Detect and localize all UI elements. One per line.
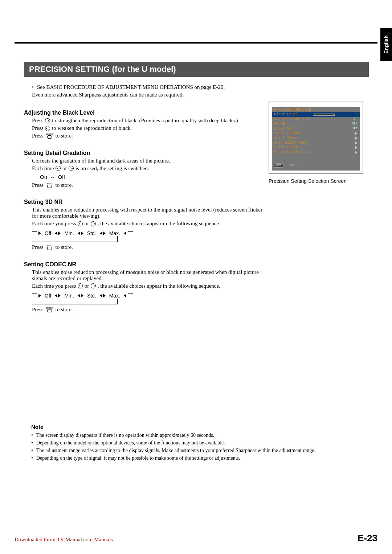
osd-label: Progressive Scan <box>274 150 309 155</box>
notes-heading: Note <box>31 424 374 430</box>
chevron-right-icon <box>355 141 358 144</box>
nr3d-heading: Setting 3D NR <box>24 199 265 205</box>
sequence-box <box>32 236 118 242</box>
chevron-right-icon <box>355 137 358 140</box>
nr3d-each: Each time you press or , the available c… <box>32 221 265 227</box>
osd-label: User Color Temp. <box>274 141 309 145</box>
text: or <box>62 165 68 171</box>
nr3d-store: Press ENTER to store. <box>32 244 265 251</box>
left-icon <box>56 166 61 171</box>
triangle-left-icon <box>124 231 126 235</box>
osd-label: Black Level <box>274 112 298 117</box>
left-icon <box>78 221 83 226</box>
left-column: Adjusting the Black Level Press to stren… <box>24 99 269 315</box>
osd-slider <box>313 114 335 116</box>
triangle-right-icon <box>58 231 61 235</box>
osd-row-image-enhance: Image Enhance <box>272 131 360 136</box>
nr3d-desc: This enables noise reduction processing … <box>32 207 265 219</box>
right-column: Precision Setting Black Level 0 Detail G… <box>269 99 377 184</box>
text: Press <box>32 182 45 188</box>
right-icon <box>69 166 74 171</box>
enter-icon: ENTER <box>45 133 53 139</box>
text: to weaken the reproduction of black. <box>52 125 132 131</box>
section-title: PRECISION SETTING (for the U model) <box>24 62 369 77</box>
menu-badge: MENU <box>274 163 284 168</box>
text: Press <box>32 133 45 139</box>
page-number: E-23 <box>358 533 377 544</box>
osd-footer: MENU next <box>272 155 360 168</box>
osd-row-user-color-temp: User Color Temp. <box>272 140 360 145</box>
text: or <box>85 221 90 226</box>
osd-frame: Precision Setting Black Level 0 Detail G… <box>269 102 363 174</box>
triangle-right-icon <box>81 294 83 297</box>
triangle-left-icon <box>55 231 57 235</box>
black-level-heading: Adjusting the Black Level <box>24 110 265 116</box>
enter-icon: ENTER <box>45 182 53 188</box>
osd-label: Image Enhance <box>274 131 302 136</box>
osd-title: Precision Setting <box>272 107 360 112</box>
osd-value: 0 <box>348 112 358 116</box>
osd-value: Off <box>348 122 358 126</box>
language-tab: English <box>380 28 392 61</box>
text: Press <box>32 125 45 131</box>
note-item: •The screen display disappears if there … <box>31 431 374 439</box>
seq-max: Max. <box>109 293 120 299</box>
osd-row-color-focus: Color Focus <box>272 145 360 150</box>
intro-bullet-text: See BASIC PROCEDURE OF ADJUSTMENT MENU O… <box>37 84 225 90</box>
osd-row-3dnr: 3D NR Off <box>272 122 360 126</box>
note-text: Depending on the type of signal, it may … <box>36 454 240 462</box>
right-icon <box>91 283 96 288</box>
seq-off: Off <box>45 293 51 299</box>
note-item: •Depending on the model or the optional … <box>31 439 374 447</box>
black-level-store: Press ENTER to store. <box>32 133 265 140</box>
codec-store: Press ENTER to store. <box>32 307 265 313</box>
chevron-right-icon <box>355 132 358 135</box>
triangle-left-icon <box>124 294 126 297</box>
sequence-box <box>32 299 118 304</box>
seq-max: Max. <box>109 230 120 236</box>
osd-label: Color Focus <box>274 145 298 150</box>
text: to store. <box>56 244 73 250</box>
text: , the available choices appear in the fo… <box>98 283 220 289</box>
text: to store. <box>56 307 73 312</box>
intro-bullet: •See BASIC PROCEDURE OF ADJUSTMENT MENU … <box>32 84 377 90</box>
triangle-left-icon <box>78 294 80 297</box>
triangle-right-icon <box>58 294 61 297</box>
osd-label: Detail Gradation <box>274 117 309 122</box>
detail-desc: Corrects the gradation of the light and … <box>32 158 265 164</box>
triangle-left-icon <box>78 231 80 235</box>
osd-row-progressive: Progressive Scan <box>272 150 360 155</box>
osd-row-color-temp: Color Temp. <box>272 136 360 140</box>
seq-off: Off <box>45 230 51 236</box>
note-text: The screen display disappears if there i… <box>36 431 214 439</box>
codec-desc: This enables noise reduction processing … <box>32 269 265 282</box>
enter-icon: ENTER <box>45 244 53 251</box>
text: Press <box>32 307 45 312</box>
text: Press <box>32 244 45 250</box>
text: to store. <box>56 133 73 139</box>
triangle-left-icon <box>100 294 102 297</box>
text: Each time you press <box>32 221 77 226</box>
triangle-right-icon <box>81 231 83 235</box>
detail-store: Press ENTER to store. <box>32 182 265 189</box>
text: to strengthen the reproduction of black.… <box>52 118 238 123</box>
note-item: •The adjustment range varies according t… <box>31 447 374 454</box>
detail-heading: Setting Detail Gradation <box>24 150 265 156</box>
black-level-line2: Press to weaken the reproduction of blac… <box>32 125 265 131</box>
on-label: On <box>40 174 47 180</box>
osd-footer-text: next <box>287 163 296 167</box>
seq-std: Std. <box>87 230 96 236</box>
osd-screen: Precision Setting Black Level 0 Detail G… <box>272 107 360 171</box>
right-icon <box>91 221 96 226</box>
notes-section: Note •The screen display disappears if t… <box>31 424 374 462</box>
download-link[interactable]: Downloaded From TV-Manual.com Manuals <box>15 537 113 543</box>
codec-heading: Setting CODEC NR <box>24 261 265 268</box>
text: , the available choices appear in the fo… <box>98 221 220 226</box>
osd-label: 3D NR <box>274 122 285 126</box>
text: Press <box>32 118 45 123</box>
right-icon <box>45 118 50 123</box>
text: is pressed, the setting is switched. <box>75 165 149 171</box>
note-text: Depending on the model or the optional d… <box>36 439 225 447</box>
off-label: Off <box>58 174 65 180</box>
triangle-right-icon <box>103 294 106 297</box>
